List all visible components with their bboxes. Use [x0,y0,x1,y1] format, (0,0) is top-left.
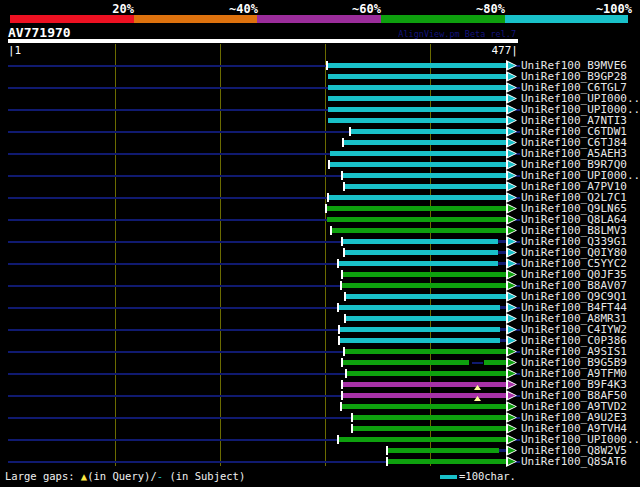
hit-bar[interactable] [340,338,500,343]
hit-bar[interactable] [351,129,507,134]
hit-arrowhead-icon[interactable] [506,82,517,93]
alignment-start-tick [327,193,329,202]
hit-bar[interactable] [353,415,507,420]
hit-arrowhead-icon[interactable] [506,258,517,269]
hit-arrowhead-icon[interactable] [506,291,517,302]
hit-arrowhead-icon[interactable] [506,445,517,456]
hit-arrowhead-icon[interactable] [506,390,517,401]
hit-arrowhead-fill [508,161,516,168]
hit-bar[interactable] [347,371,507,376]
hit-arrowhead-icon[interactable] [506,423,517,434]
hit-bar[interactable] [345,349,507,354]
query-title: AV771970 [8,25,71,40]
hit-bar[interactable] [339,305,500,310]
hit-arrowhead-icon[interactable] [506,192,517,203]
hit-bar[interactable] [340,327,500,332]
hit-bar[interactable] [339,261,498,266]
hit-bar[interactable] [329,195,507,200]
hit-arrowhead-icon[interactable] [506,302,517,313]
alignment-start-tick [337,435,339,444]
hit-arrowhead-icon[interactable] [506,434,517,445]
hit-arrowhead-icon[interactable] [506,236,517,247]
hit-arrowhead-icon[interactable] [506,368,517,379]
hit-arrowhead-icon[interactable] [506,115,517,126]
hit-arrowhead-icon[interactable] [506,456,517,467]
hit-bar[interactable] [332,228,507,233]
alignment-start-tick [351,413,353,422]
hit-bar[interactable] [330,151,507,156]
hit-bar[interactable] [343,173,507,178]
hit-arrowhead-icon[interactable] [506,137,517,148]
hsp-connector-line [498,251,507,254]
hit-arrowhead-fill [508,205,516,212]
hit-arrowhead-icon[interactable] [506,60,517,71]
hit-arrowhead-fill [508,326,516,333]
hit-bar[interactable] [346,294,507,299]
scale-segment [381,15,505,23]
alignment-start-tick [338,325,340,334]
hit-arrowhead-icon[interactable] [506,357,517,368]
hit-bar[interactable] [328,74,507,79]
hit-arrowhead-icon[interactable] [506,104,517,115]
hit-arrowhead-icon[interactable] [506,159,517,170]
hit-bar[interactable] [346,316,507,321]
hit-arrowhead-icon[interactable] [506,203,517,214]
hit-bar[interactable] [343,272,507,277]
hit-arrowhead-icon[interactable] [506,313,517,324]
hit-bar[interactable] [328,85,507,90]
hit-bar[interactable] [327,206,507,211]
hit-arrowhead-icon[interactable] [506,126,517,137]
query-ruler-bar [8,39,518,43]
hit-arrowhead-icon[interactable] [506,181,517,192]
hit-label[interactable]: UniRef100_Q8SAT6 [521,456,627,467]
hit-bar[interactable] [343,393,507,398]
hit-bar[interactable] [345,184,507,189]
alignment-start-tick [337,303,339,312]
hit-bar[interactable] [342,283,507,288]
alignment-start-tick [341,270,343,279]
hit-arrowhead-icon[interactable] [506,412,517,423]
hit-arrowhead-icon[interactable] [506,225,517,236]
hit-arrowhead-icon[interactable] [506,280,517,291]
hit-bar[interactable] [339,437,507,442]
hit-bar[interactable] [343,239,498,244]
hit-bar[interactable] [353,426,507,431]
hit-arrowhead-icon[interactable] [506,324,517,335]
hit-arrowhead-icon[interactable] [506,335,517,346]
hit-bar[interactable] [328,107,507,112]
hit-bar[interactable] [328,96,507,101]
hit-arrowhead-icon[interactable] [506,170,517,181]
hit-arrowhead-fill [508,271,516,278]
hit-arrowhead-icon[interactable] [506,148,517,159]
alignment-start-tick [337,259,339,268]
hit-arrowhead-icon[interactable] [506,269,517,280]
scale-percent-label: ~60% [352,2,381,16]
hit-arrowhead-fill [508,392,516,399]
scale-percent-label: ~40% [229,2,258,16]
hit-arrowhead-fill [508,348,516,355]
hit-bar[interactable] [345,250,498,255]
alignment-start-tick [330,226,332,235]
hit-arrowhead-icon[interactable] [506,401,517,412]
hit-bar[interactable] [344,140,507,145]
subject-gap-line [472,362,483,364]
hit-arrowhead-icon[interactable] [506,379,517,390]
hit-bar[interactable] [343,382,507,387]
hit-arrowhead-fill [508,282,516,289]
hit-arrowhead-icon[interactable] [506,247,517,258]
hit-bar[interactable] [328,63,507,68]
alignment-start-tick [351,424,353,433]
hit-bar[interactable] [388,448,499,453]
hit-bar[interactable] [388,459,507,464]
scale-swatch-icon [440,475,457,479]
hit-bar[interactable] [327,217,507,222]
hit-bar[interactable] [328,118,507,123]
hit-arrowhead-icon[interactable] [506,71,517,82]
hit-bar[interactable] [330,162,507,167]
hit-bar[interactable] [342,404,507,409]
hit-arrowhead-icon[interactable] [506,214,517,225]
hit-arrowhead-icon[interactable] [506,93,517,104]
hit-arrowhead-icon[interactable] [506,346,517,357]
hit-arrowhead-fill [508,370,516,377]
alignment-start-tick [341,237,343,246]
